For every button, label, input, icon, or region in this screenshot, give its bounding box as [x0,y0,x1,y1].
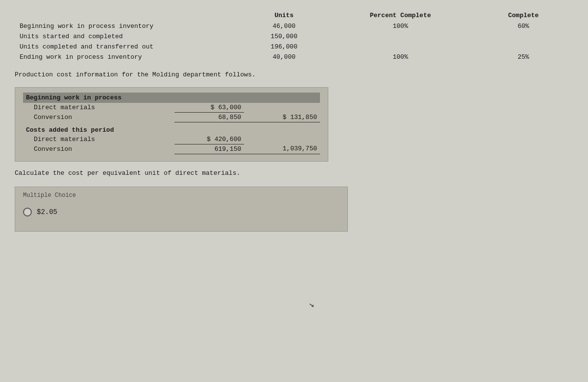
row-pct-ewip: 100% [327,52,474,62]
col-header-percent: Percent Complete [327,10,474,21]
dm-row: Direct materials $ 63,000 [23,103,320,113]
dm2-label: Direct materials [23,135,174,144]
radio-button-0[interactable] [23,208,32,216]
row-complete-bwip: 60% [473,21,573,31]
row-label-ewip: Ending work in process inventory [15,52,241,62]
beginning-total: $ 131,850 [244,113,320,122]
conversion2-label: Conversion [23,144,174,154]
col-header-complete: Complete [473,10,573,21]
mc-label: Multiple Choice [23,192,340,199]
table-row: Ending work in process inventory 40,000 … [15,52,573,62]
table-row: Units started and completed 150,000 [15,31,573,42]
row-units-ewip: 40,000 [241,52,327,62]
row-pct-bwip: 100% [327,21,474,31]
bwip-header-label: Beginning work in process [23,93,320,103]
conversion-amount: 68,850 [174,113,244,122]
row-pct-usc [327,31,474,42]
row-units-bwip: 46,000 [241,21,327,31]
row-complete-uct [473,42,573,52]
units-table: Units Percent Complete Complete Beginnin… [15,10,573,62]
table-row: Beginning work in process inventory 46,0… [15,21,573,31]
mc-option-0[interactable]: $2.05 [23,208,340,216]
row-units-uct: 196,000 [241,42,327,52]
cursor-indicator: ↘ [308,298,315,310]
row-label-bwip: Beginning work in process inventory [15,21,241,31]
col-header-units: Units [241,10,327,21]
dm2-amount: $ 420,600 [174,135,244,144]
dm-amount: $ 63,000 [174,103,244,113]
costs-added-header-row: Costs added this period [23,125,320,135]
row-complete-ewip: 25% [473,52,573,62]
cost-table: Beginning work in process Direct materia… [23,93,320,154]
table-row: Units completed and transferred out 196,… [15,42,573,52]
costs-added-label: Costs added this period [23,125,174,135]
calculate-note: Calculate the cost per equivalent unit o… [15,169,573,177]
col-header-label [15,10,241,21]
row-label-usc: Units started and completed [15,31,241,42]
conversion-row: Conversion 68,850 $ 131,850 [23,113,320,122]
cost-table-wrapper: Beginning work in process Direct materia… [15,87,328,162]
multiple-choice-box: Multiple Choice $2.05 [15,187,348,232]
mc-option-value-0: $2.05 [37,208,57,216]
dm2-row: Direct materials $ 420,600 [23,135,320,144]
conversion-label: Conversion [23,113,174,122]
bwip-header-row: Beginning work in process [23,93,320,103]
costs-added-total: 1,039,750 [244,144,320,154]
production-note: Production cost information for the Mold… [15,71,573,78]
row-pct-uct [327,42,474,52]
conversion2-row: Conversion 619,150 1,039,750 [23,144,320,154]
dm-label: Direct materials [23,103,174,113]
row-units-usc: 150,000 [241,31,327,42]
row-label-uct: Units completed and transferred out [15,42,241,52]
conversion2-amount: 619,150 [174,144,244,154]
row-complete-usc [473,31,573,42]
dm-total-blank [244,103,320,113]
